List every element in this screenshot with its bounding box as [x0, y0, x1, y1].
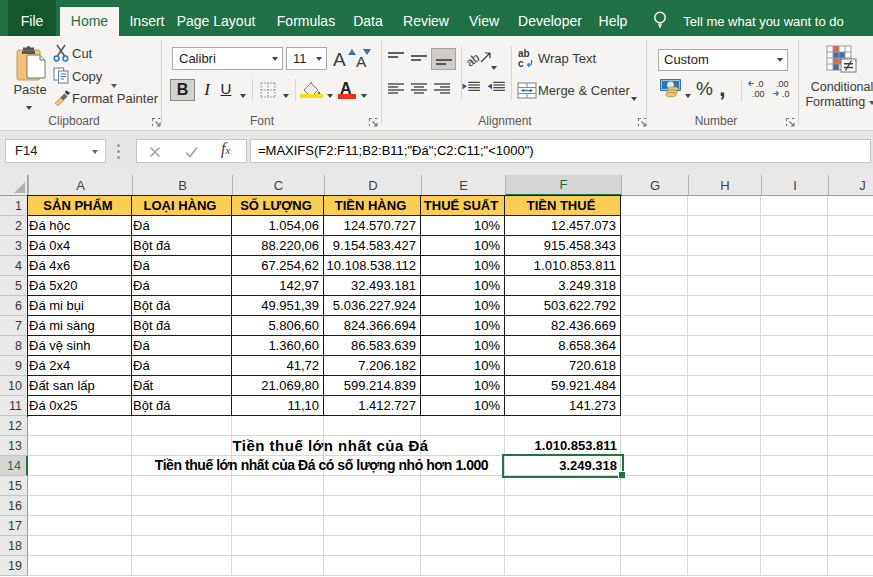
svg-text:.00: .00	[752, 89, 765, 99]
svg-text:.00: .00	[776, 79, 789, 89]
svg-text:c: c	[518, 58, 524, 69]
svg-text:.0: .0	[782, 89, 790, 99]
svg-text:.0: .0	[756, 79, 764, 89]
